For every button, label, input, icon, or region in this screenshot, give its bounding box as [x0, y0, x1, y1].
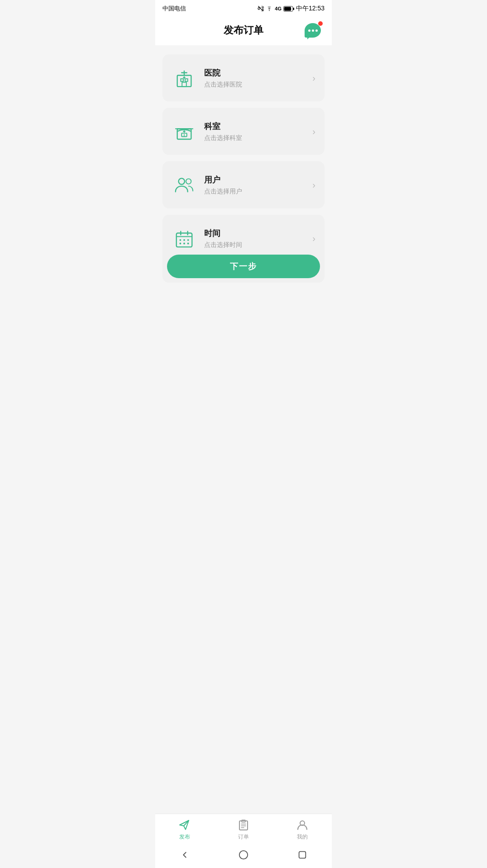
svg-point-38 [239, 851, 248, 859]
svg-point-27 [187, 239, 189, 241]
bottom-nav: 发布 订单 我的 [155, 814, 332, 844]
hospital-icon [172, 65, 197, 91]
svg-line-0 [258, 6, 263, 11]
chat-bubble-icon [305, 23, 321, 38]
time-label: 中午12:53 [296, 5, 325, 13]
svg-point-25 [179, 239, 181, 241]
svg-rect-2 [284, 7, 291, 11]
nav-item-publish[interactable]: 发布 [155, 819, 214, 841]
hospital-card-subtitle: 点击选择医院 [204, 81, 312, 89]
hospital-card-title: 医院 [204, 68, 312, 78]
page-header: 发布订单 [155, 15, 332, 45]
chat-dot-1 [308, 29, 310, 32]
network-type: 4G [275, 6, 282, 11]
svg-rect-5 [181, 79, 183, 82]
mute-icon [258, 5, 264, 12]
time-icon [172, 226, 197, 251]
publish-nav-icon [178, 819, 191, 831]
mine-nav-label: 我的 [297, 833, 308, 841]
chat-dot-2 [312, 29, 314, 32]
hospital-card[interactable]: 医院 点击选择医院 › [162, 54, 325, 101]
mine-nav-icon [296, 819, 309, 831]
chat-button[interactable] [303, 20, 323, 40]
back-button[interactable] [178, 848, 191, 862]
publish-nav-label: 发布 [179, 833, 190, 841]
time-card[interactable]: 时间 点击选择时间 › 下一步 [162, 215, 325, 283]
chat-dot-3 [315, 29, 318, 32]
department-card-text: 科室 点击选择科室 [204, 121, 312, 142]
chat-notification-badge [318, 21, 323, 26]
svg-rect-6 [185, 79, 188, 82]
user-card-subtitle: 点击选择用户 [204, 188, 312, 196]
svg-point-30 [187, 243, 189, 245]
orders-nav-icon [237, 819, 250, 831]
nav-item-orders[interactable]: 订单 [214, 819, 273, 841]
carrier-label: 中国电信 [162, 5, 186, 13]
battery-icon [283, 6, 294, 12]
svg-point-28 [179, 243, 181, 245]
department-icon [172, 119, 197, 144]
time-card-text: 时间 点击选择时间 [204, 228, 312, 249]
user-card-text: 用户 点击选择用户 [204, 174, 312, 196]
recent-button[interactable] [296, 848, 309, 862]
user-card[interactable]: 用户 点击选择用户 › [162, 161, 325, 208]
time-card-subtitle: 点击选择时间 [204, 241, 312, 249]
svg-point-20 [186, 179, 191, 184]
wifi-icon [266, 5, 273, 12]
svg-rect-3 [293, 7, 294, 10]
svg-rect-7 [182, 82, 186, 87]
svg-point-19 [179, 178, 185, 184]
department-card-title: 科室 [204, 121, 312, 132]
system-nav-bar [155, 844, 332, 868]
svg-rect-39 [299, 852, 306, 858]
nav-item-mine[interactable]: 我的 [273, 819, 332, 841]
hospital-card-text: 医院 点击选择医院 [204, 68, 312, 89]
home-button[interactable] [237, 848, 250, 862]
time-card-title: 时间 [204, 228, 312, 239]
hospital-card-arrow: › [312, 73, 315, 83]
status-icons: 4G 中午12:53 [258, 5, 325, 13]
status-bar: 中国电信 4G 中午12:53 [155, 0, 332, 15]
main-content: 医院 点击选择医院 › 科室 点击选择科室 › [155, 45, 332, 814]
orders-nav-label: 订单 [238, 833, 249, 841]
page-title: 发布订单 [224, 24, 263, 37]
next-step-button[interactable]: 下一步 [167, 255, 320, 278]
user-card-arrow: › [312, 180, 315, 190]
next-btn-area: 下一步 [167, 255, 320, 278]
user-icon [172, 172, 197, 198]
time-card-arrow: › [312, 233, 315, 244]
department-card-arrow: › [312, 126, 315, 137]
department-card[interactable]: 科室 点击选择科室 › [162, 108, 325, 155]
svg-point-26 [183, 239, 185, 241]
department-card-subtitle: 点击选择科室 [204, 134, 312, 142]
svg-point-29 [183, 243, 185, 245]
user-card-title: 用户 [204, 174, 312, 185]
